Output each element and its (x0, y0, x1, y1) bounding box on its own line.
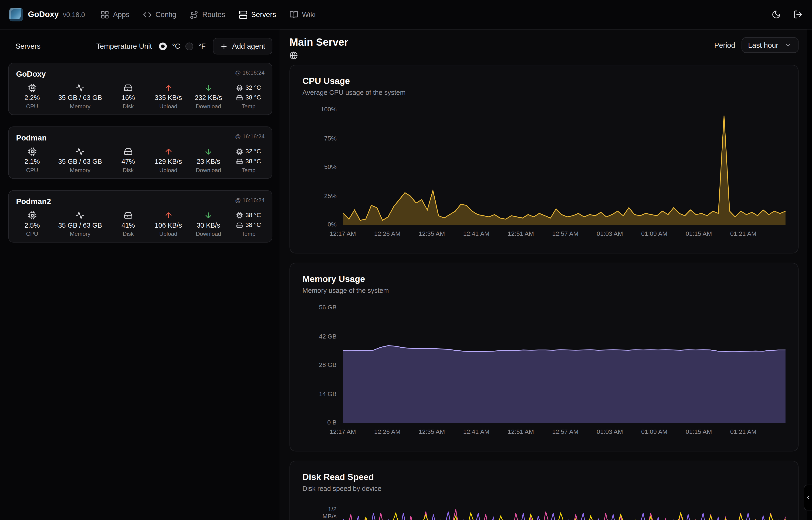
download-stat: 232 KB/s Download (194, 83, 222, 109)
memory-usage-card: Memory Usage Memory usage of the system … (289, 263, 799, 451)
plot-area (343, 506, 786, 520)
y-tick-label: 0 B (302, 419, 337, 426)
add-agent-button[interactable]: Add agent (213, 38, 272, 54)
chevron-left-icon (805, 494, 811, 501)
logout-icon[interactable] (793, 10, 803, 19)
main-content: Main Server Period Last hour CPU Usage A… (280, 30, 812, 520)
disk-stat: 16% Disk (114, 83, 142, 109)
activity-icon (76, 211, 84, 220)
download-arrow-icon (204, 147, 213, 156)
upload-stat: 335 KB/s Upload (155, 83, 182, 109)
celsius-radio[interactable] (159, 42, 167, 50)
top-navbar: GoDoxy v0.18.0 Apps Config Routes Server… (0, 0, 812, 30)
nav-item-wiki[interactable]: Wiki (289, 10, 316, 19)
nav-item-config[interactable]: Config (143, 10, 176, 19)
chart-title: CPU Usage (302, 76, 785, 87)
collapse-right-panel-handle[interactable] (804, 485, 812, 511)
cpu-usage-chart: 100%75%50%25%0% 12:17 AM12:26 AM12:35 AM… (302, 110, 785, 242)
download-arrow-icon (204, 83, 213, 92)
sidebar-title: Servers (16, 42, 40, 50)
upload-value: 106 KB/s (155, 221, 182, 229)
server-card-podman2[interactable]: Podman2 @ 16:16:24 2.5% CPU 35 GB / 63 G… (8, 190, 272, 242)
y-tick-label: 100% (302, 106, 337, 113)
temperature-unit-label: Temperature Unit (96, 42, 152, 50)
cpu-icon (28, 211, 36, 220)
hard-drive-icon (236, 94, 243, 101)
route-icon (190, 10, 199, 19)
period-label: Period (714, 41, 735, 49)
disk-label: Disk (123, 167, 134, 173)
x-tick-label: 01:21 AM (730, 428, 757, 435)
server-card-godoxy[interactable]: GoDoxy @ 16:16:24 2.2% CPU 35 GB / 63 GB… (8, 63, 272, 115)
cpu-stat: 2.1% CPU (18, 147, 46, 173)
nav-items: Apps Config Routes Servers Wiki (101, 10, 316, 19)
period-group: Period Last hour (714, 37, 799, 53)
cpu-label: CPU (26, 103, 38, 109)
period-select[interactable]: Last hour (741, 37, 799, 53)
globe-icon[interactable] (289, 51, 298, 60)
cpu-usage-card: CPU Usage Average CPU usage of the syste… (289, 65, 799, 254)
download-arrow-icon (204, 211, 213, 220)
navbar-actions (772, 10, 803, 19)
x-tick-label: 12:35 AM (419, 428, 445, 435)
x-axis: 12:17 AM12:26 AM12:35 AM12:41 AM12:51 AM… (343, 428, 786, 440)
y-tick-label: 42 GB (302, 333, 337, 340)
main-header: Main Server Period Last hour (289, 36, 799, 60)
chart-svg (343, 506, 786, 520)
nav-item-routes[interactable]: Routes (190, 10, 225, 19)
fahrenheit-label: °F (198, 42, 205, 50)
moon-icon[interactable] (772, 10, 781, 19)
hard-drive-icon (124, 83, 133, 92)
book-icon (289, 10, 299, 19)
y-tick-label: 50% (302, 164, 337, 171)
nav-item-label: Apps (113, 10, 130, 19)
celsius-label: °C (172, 42, 180, 50)
godoxy-logo-icon[interactable] (9, 8, 23, 21)
server-card-podman[interactable]: Podman @ 16:16:24 2.1% CPU 35 GB / 63 GB… (8, 127, 272, 179)
hard-drive-icon (124, 147, 133, 156)
chart-line (343, 512, 786, 520)
hard-drive-icon (236, 158, 243, 164)
chart-svg (343, 110, 786, 225)
servers-sidebar: Servers Temperature Unit °C °F Add agent… (0, 30, 280, 520)
fahrenheit-radio[interactable] (185, 42, 193, 50)
disk-stat: 41% Disk (114, 211, 142, 237)
server-stats: 2.2% CPU 35 GB / 63 GB Memory 16% Disk (16, 83, 265, 109)
x-tick-label: 12:35 AM (419, 230, 445, 237)
server-stats: 2.5% CPU 35 GB / 63 GB Memory 41% Disk (16, 211, 265, 237)
x-axis: 12:17 AM12:26 AM12:35 AM12:41 AM12:51 AM… (343, 230, 786, 242)
upload-value: 129 KB/s (155, 157, 182, 165)
x-tick-label: 01:03 AM (597, 428, 623, 435)
memory-usage-chart: 56 GB42 GB28 GB14 GB0 B 12:17 AM12:26 AM… (302, 308, 785, 440)
chart-line (343, 513, 786, 520)
temperature-unit-group: Temperature Unit °C °F (96, 42, 206, 50)
sidebar-header: Servers Temperature Unit °C °F Add agent (16, 38, 272, 54)
nav-item-apps[interactable]: Apps (101, 10, 130, 19)
cpu-icon (236, 84, 243, 91)
x-tick-label: 12:57 AM (552, 428, 579, 435)
x-tick-label: 12:26 AM (374, 428, 400, 435)
upload-label: Upload (159, 167, 177, 173)
chart-subtitle: Average CPU usage of the system (302, 88, 785, 96)
add-agent-label: Add agent (232, 42, 265, 50)
server-timestamp: @ 16:16:24 (235, 197, 265, 203)
x-tick-label: 12:41 AM (463, 230, 489, 237)
chart-subtitle: Disk read speed by device (302, 485, 785, 492)
hard-drive-icon (124, 211, 133, 220)
disk-value: 47% (121, 157, 135, 165)
download-label: Download (196, 167, 221, 173)
plot-area (343, 308, 786, 423)
server-timestamp: @ 16:16:24 (235, 133, 265, 139)
y-tick-label: 14 GB (302, 390, 337, 398)
upload-stat: 129 KB/s Upload (155, 147, 182, 173)
nav-item-servers[interactable]: Servers (239, 10, 276, 19)
x-tick-label: 01:15 AM (685, 230, 712, 237)
x-tick-label: 01:15 AM (685, 428, 712, 435)
disk-temp-value: 38 °C (245, 94, 261, 101)
memory-label: Memory (70, 167, 90, 173)
server-timestamp: @ 16:16:24 (235, 70, 265, 76)
chevron-down-icon (785, 42, 792, 49)
chart-title: Memory Usage (302, 274, 785, 285)
server-icon (239, 10, 248, 19)
upload-arrow-icon (164, 211, 173, 220)
